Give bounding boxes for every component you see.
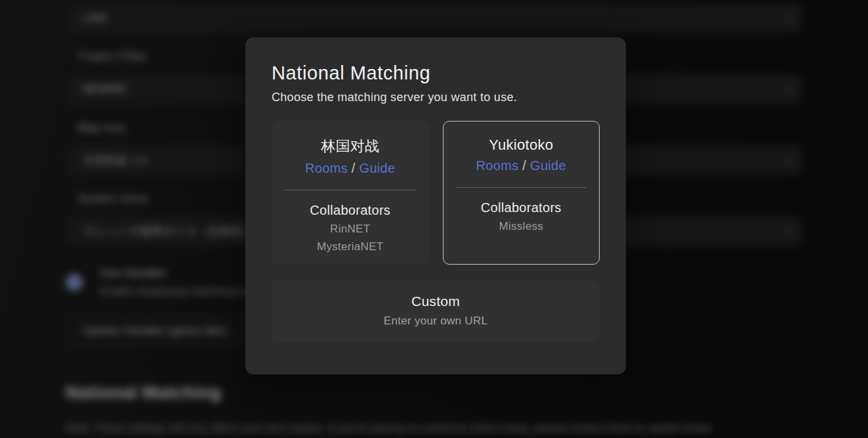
collaborator-name: Missless <box>499 220 543 233</box>
guide-link[interactable]: Guide <box>530 158 566 173</box>
collaborators-heading: Collaborators <box>481 200 562 215</box>
server-cards-row: 林国对战 Rooms / Guide Collaborators RinNET … <box>272 121 600 265</box>
card-divider <box>285 190 416 190</box>
link-separator: / <box>348 161 360 175</box>
collaborator-name: RinNET <box>330 223 370 236</box>
custom-server-card[interactable]: Custom Enter your own URL <box>272 280 600 343</box>
server-card-yukiotoko[interactable]: Yukiotoko Rooms / Guide Collaborators Mi… <box>443 121 600 265</box>
modal-subtitle: Choose the matching server you want to u… <box>272 91 600 104</box>
server-card-linguo[interactable]: 林国对战 Rooms / Guide Collaborators RinNET … <box>272 121 429 265</box>
rooms-link[interactable]: Rooms <box>305 161 348 175</box>
server-links: Rooms / Guide <box>476 158 566 173</box>
custom-card-subtitle: Enter your own URL <box>272 315 600 328</box>
collaborator-name: MysteriaNET <box>317 240 384 253</box>
rooms-link[interactable]: Rooms <box>476 158 519 173</box>
custom-card-title: Custom <box>272 280 600 309</box>
national-matching-modal: National Matching Choose the matching se… <box>245 37 626 374</box>
server-name: Yukiotoko <box>489 137 553 154</box>
guide-link[interactable]: Guide <box>360 161 396 175</box>
collaborators-heading: Collaborators <box>310 203 390 218</box>
modal-title: National Matching <box>272 62 600 84</box>
server-links: Rooms / Guide <box>305 161 395 176</box>
server-name: 林国对战 <box>321 137 379 156</box>
link-separator: / <box>518 158 530 173</box>
card-divider <box>455 187 587 188</box>
